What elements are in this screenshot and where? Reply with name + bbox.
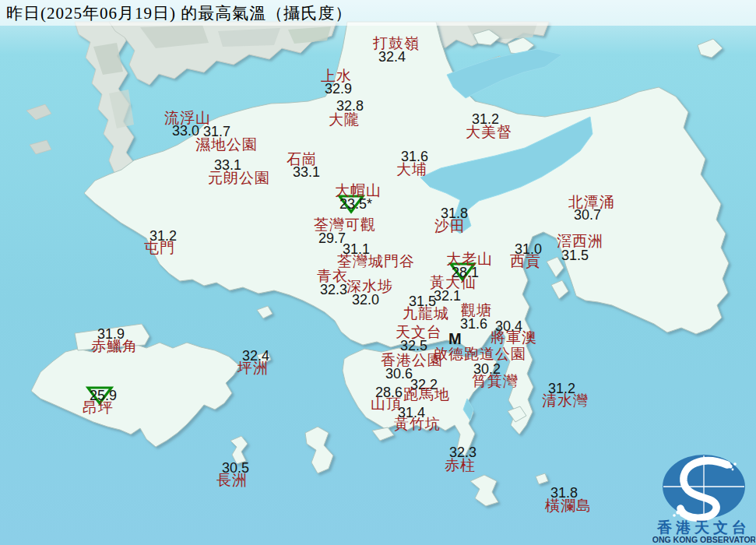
station-name-label: 赤鱲角 [91,339,138,353]
station-name-label: 荃灣城門谷 [337,254,415,269]
station-value-label: 31.5 [561,248,589,262]
station-value-label: 32.0 [352,293,379,307]
station-name-label: 坪洲 [237,360,269,375]
station-name-label: 天文台 [396,325,442,339]
hko-logo-text-cn: 香港天文台 [656,519,751,536]
station-name-label: 大美督 [466,125,512,139]
station-name-label: 濕地公園 [195,137,258,152]
station-name-label: 橫瀾島 [545,498,592,513]
station-name-label: 赤柱 [445,458,476,473]
station-value-label: 30.6 [385,367,413,381]
station-name-label: 昂坪 [83,400,114,415]
station-name-label: 大隴 [329,112,360,127]
station-name-label: 觀塘 [461,303,492,318]
station-name-label: 九龍城 [403,306,449,321]
station-name-label: 元朗公園 [208,171,270,185]
station-name-label: 啟德跑道公園 [433,346,526,361]
station-name-label: 大埔 [396,162,427,177]
station-value-label: 23.5* [339,197,372,211]
station-name-label: 黃竹坑 [394,417,441,431]
hko-logo: 香港天文台 HONG KONG OBSERVATORY [652,445,755,545]
station-name-label: 跑馬地 [403,387,450,402]
station-name-label: 沙田 [434,219,466,234]
stations-layer: 32.4打鼓嶺32.9上水32.8大隴33.0流浮山31.7濕地公園33.1元朗… [0,0,756,545]
station-name-label: 清水灣 [542,393,589,408]
station-name-label: 西貢 [510,254,541,269]
station-name-label: 打鼓嶺 [373,36,420,51]
station-value-label: 32.4 [378,50,406,64]
station-name-label: 石崗 [287,152,318,167]
station-name-label: 大帽山 [335,183,382,198]
station-name-label: 將軍澳 [491,330,537,345]
station-name-label: 筲箕灣 [472,374,519,389]
station-value-label: 32.5 [400,339,427,353]
station-name-label: 荃灣可觀 [314,217,376,232]
station-name-label: 深水埗 [346,279,393,294]
station-name-label: 山頂 [371,396,402,411]
station-name-label: 黃大仙 [430,275,476,290]
hk-temperature-map-page: 昨日(2025年06月19日) 的最高氣溫（攝氏度） 32.4打鼓嶺32.9上水… [0,0,756,545]
station-name-label: 青衣 [317,269,348,283]
station-name-label: 上水 [321,69,352,83]
station-value-label: 32.1 [434,289,461,303]
station-value-label: 32.3 [320,283,347,297]
title-bar: 昨日(2025年06月19日) 的最高氣溫（攝氏度） [0,0,756,26]
hko-logo-text-en: HONG KONG OBSERVATORY [652,535,755,544]
station-name-label: 大老山 [446,251,493,266]
page-title: 昨日(2025年06月19日) 的最高氣溫（攝氏度） [0,2,352,24]
station-value-label: M [448,332,462,346]
station-name-label: 屯門 [144,241,175,255]
station-name-label: 滘西洲 [557,234,603,248]
station-value-label: 29.7 [318,231,346,245]
station-name-label: 香港公園 [381,353,443,367]
station-name-label: 長洲 [216,473,248,487]
station-name-label: 北潭涌 [568,195,615,209]
station-value-label: 31.6 [460,317,487,331]
